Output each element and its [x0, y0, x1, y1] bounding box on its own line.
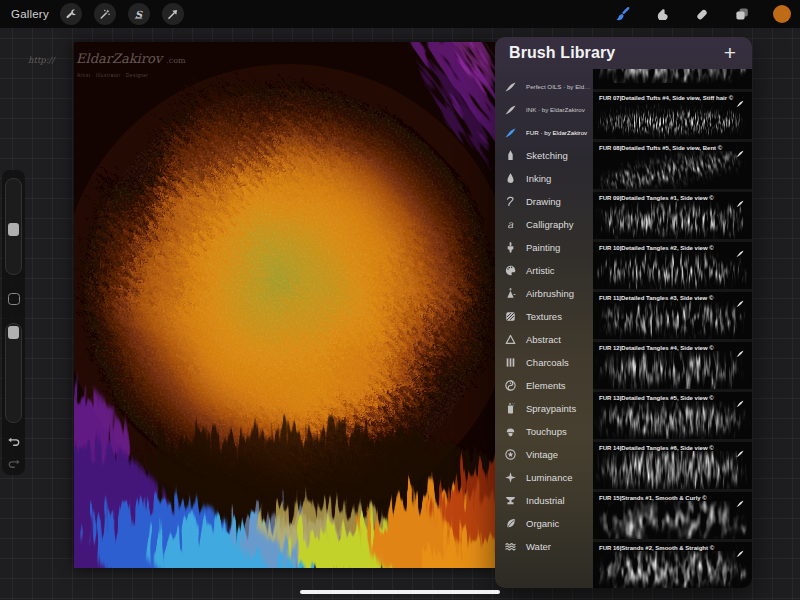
artwork-image	[74, 42, 495, 568]
brushstroke-icon	[734, 94, 746, 103]
category-row-inking[interactable]: Inking	[495, 167, 593, 190]
brush-row-1[interactable]: FUR 08|Detailed Tufts #5, Side view, Ben…	[593, 142, 752, 189]
brush-set-label: INK · by EldarZakirov	[526, 106, 585, 113]
brushstroke-icon	[734, 244, 746, 253]
category-label: Inking	[526, 173, 551, 184]
category-row-painting[interactable]: Painting	[495, 236, 593, 259]
brush-row-2[interactable]: FUR 09|Detailed Tangles #1, Side view ©	[593, 192, 752, 239]
left-tools-group: S	[60, 3, 184, 25]
category-row-artistic[interactable]: Artistic	[495, 259, 593, 282]
transform-tool-button[interactable]	[162, 3, 184, 25]
category-row-industrial[interactable]: Industrial	[495, 489, 593, 512]
waves-icon	[504, 540, 517, 553]
charcoal-bars-icon	[504, 356, 517, 369]
category-label: Organic	[526, 518, 559, 529]
brush-row-0[interactable]: FUR 07|Detailed Tufts #4, Side view, Sti…	[593, 92, 752, 139]
brush-name: FUR 15|Strands #1, Smooth & Curly ©	[599, 495, 734, 501]
brush-row-6[interactable]: FUR 13|Detailed Tangles #5, Side view ©	[593, 392, 752, 439]
brush-name: FUR 09|Detailed Tangles #1, Side view ©	[599, 195, 734, 201]
adjustments-tool-button[interactable]	[94, 3, 116, 25]
transform-arrow-icon	[166, 8, 179, 21]
topbar: Gallery S	[0, 0, 800, 28]
brush-opacity-slider-handle[interactable]	[8, 326, 19, 339]
brush-library-body: Perfect OILS · by Eld…INK · by EldarZaki…	[495, 69, 752, 588]
category-row-textures[interactable]: Textures	[495, 305, 593, 328]
undo-button[interactable]	[5, 434, 22, 450]
eraser-icon	[694, 6, 710, 22]
spray-can-icon	[504, 402, 517, 415]
brush-set-row-2[interactable]: FUR · by EldarZakirov	[495, 121, 593, 144]
brushstroke-icon	[734, 344, 746, 353]
brush-set-row-1[interactable]: INK · by EldarZakirov	[495, 98, 593, 121]
artwork-canvas[interactable]: EldarZakirov.com Artist · Illustrator · …	[74, 42, 495, 568]
add-brush-set-button[interactable]: +	[724, 43, 738, 63]
brush-set-row-0[interactable]: Perfect OILS · by Eld…	[495, 75, 593, 98]
brush-name: FUR 12|Detailed Tangles #4, Side view ©	[599, 345, 734, 351]
gallery-button[interactable]: Gallery	[11, 8, 49, 20]
brush-stroke-preview	[593, 451, 752, 489]
category-row-touchups[interactable]: Touchups	[495, 420, 593, 443]
brushstroke-icon	[734, 394, 746, 403]
brush-stroke-preview	[593, 101, 752, 139]
selection-tool-button[interactable]: S	[128, 3, 150, 25]
artist-domain: .com	[166, 56, 185, 65]
palette-icon	[504, 264, 517, 277]
right-tools-group	[611, 3, 753, 25]
procreate-app: Gallery S	[0, 0, 800, 600]
brush-opacity-slider[interactable]	[5, 323, 22, 423]
category-row-spraypaints[interactable]: Spraypaints	[495, 397, 593, 420]
brush-row-4[interactable]: FUR 11|Detailed Tangles #3, Side view ©	[593, 292, 752, 339]
color-swatch-button[interactable]	[773, 5, 791, 23]
brush-row-3[interactable]: FUR 10|Detailed Tangles #2, Side view ©	[593, 242, 752, 289]
brush-category-list: Perfect OILS · by Eld…INK · by EldarZaki…	[495, 69, 593, 588]
brush-row-partial[interactable]	[593, 69, 752, 89]
brush-stroke-preview	[593, 151, 752, 189]
category-label: Drawing	[526, 196, 561, 207]
category-row-airbrushing[interactable]: Airbrushing	[495, 282, 593, 305]
triangle-icon	[504, 333, 517, 346]
category-label: Charcoals	[526, 357, 569, 368]
smudge-icon	[654, 6, 670, 22]
category-label: Elements	[526, 380, 566, 391]
brush-set-label: FUR · by EldarZakirov	[526, 129, 587, 136]
brush-name: FUR 13|Detailed Tangles #5, Side view ©	[599, 395, 734, 401]
category-row-luminance[interactable]: Luminance	[495, 466, 593, 489]
layers-tool-button[interactable]	[731, 3, 753, 25]
brush-stroke-preview	[593, 501, 752, 539]
brush-set-label: Perfect OILS · by Eld…	[526, 83, 590, 90]
brush-size-slider[interactable]	[5, 178, 22, 275]
category-label: Vintage	[526, 449, 558, 460]
category-row-abstract[interactable]: Abstract	[495, 328, 593, 351]
brush-row-7[interactable]: FUR 14|Detailed Tangles #6, Side view ©	[593, 442, 752, 489]
actions-tool-button[interactable]	[60, 3, 82, 25]
home-indicator[interactable]	[300, 590, 500, 594]
airbrush-icon	[504, 287, 517, 300]
wrench-icon	[64, 8, 77, 21]
category-row-organic[interactable]: Organic	[495, 512, 593, 535]
artist-signature: EldarZakirov	[76, 51, 162, 66]
brush-row-5[interactable]: FUR 12|Detailed Tangles #4, Side view ©	[593, 342, 752, 389]
redo-button[interactable]	[5, 456, 22, 472]
category-row-charcoals[interactable]: Charcoals	[495, 351, 593, 374]
category-label: Textures	[526, 311, 562, 322]
brush-size-slider-handle[interactable]	[8, 223, 19, 236]
brushstroke-icon	[734, 144, 746, 153]
category-row-elements[interactable]: Elements	[495, 374, 593, 397]
brush-icon	[614, 6, 630, 22]
svg-text:a: a	[507, 218, 514, 230]
modify-button[interactable]	[8, 293, 20, 305]
category-row-vintage[interactable]: Vintage	[495, 443, 593, 466]
paint-tool-button[interactable]	[611, 3, 633, 25]
leaf-icon	[504, 517, 517, 530]
paintbrush-icon	[504, 241, 517, 254]
brush-row-8[interactable]: FUR 15|Strands #1, Smooth & Curly ©	[593, 492, 752, 539]
category-label: Water	[526, 541, 551, 552]
brush-row-9[interactable]: FUR 16|Strands #2, Smooth & Straight ©	[593, 542, 752, 588]
smudge-tool-button[interactable]	[651, 3, 673, 25]
category-row-sketching[interactable]: Sketching	[495, 144, 593, 167]
erase-tool-button[interactable]	[691, 3, 713, 25]
category-row-drawing[interactable]: Drawing	[495, 190, 593, 213]
brush-name: FUR 16|Strands #2, Smooth & Straight ©	[599, 545, 734, 551]
category-row-water[interactable]: Water	[495, 535, 593, 558]
category-row-calligraphy[interactable]: aCalligraphy	[495, 213, 593, 236]
